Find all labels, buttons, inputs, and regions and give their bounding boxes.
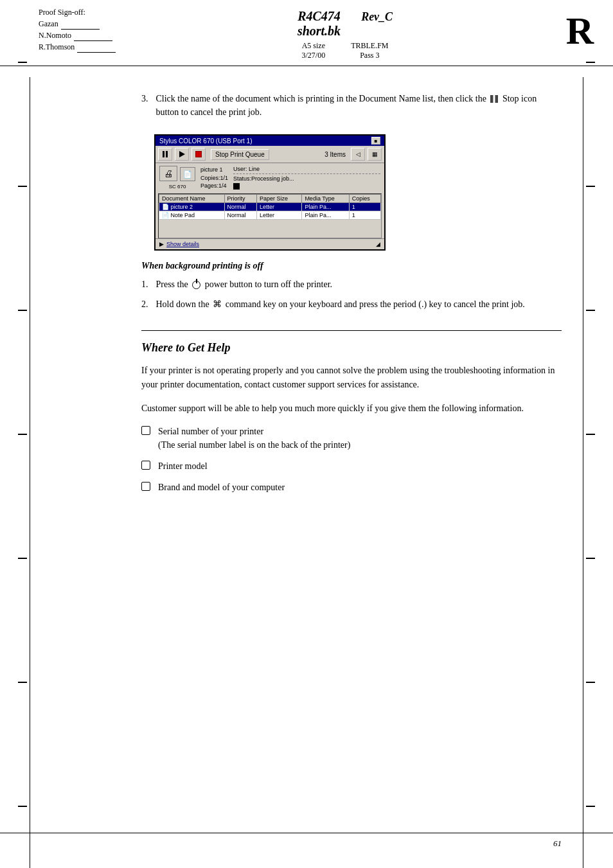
user-line-text: User: Line (233, 166, 380, 172)
background-heading: When background printing is off (141, 261, 562, 271)
toolbar-btn-extra1: ◁ (351, 148, 365, 161)
dialog-info-area: 🖨 📄 SC 670 picture 1 Copies:1/1 Pages:1/… (155, 163, 384, 193)
bullet-brand-model: Brand and model of your computer (141, 481, 562, 494)
pages-label: Pages:1/4 (200, 182, 228, 190)
where-help-para2: Customer support will be able to help yo… (141, 402, 562, 416)
step2-text1: Hold down the (156, 299, 209, 309)
bullet1-sub: (The serial number label is on the back … (158, 438, 350, 452)
step1-content: Press the power button to turn off the p… (156, 278, 333, 291)
step1-text2: power button to turn off the printer. (205, 279, 332, 289)
meta-size: A5 size (301, 41, 325, 51)
document-icon: 📄 (180, 167, 195, 181)
background-section: When background printing is off 1. Press… (141, 261, 562, 311)
author-nnomoto: N.Nomoto (39, 30, 141, 41)
checkbox-icon-1 (141, 426, 150, 435)
resize-handle: ◢ (376, 241, 380, 247)
proof-signoff-label: Proof Sign-off: (39, 6, 141, 18)
power-icon (192, 281, 200, 289)
printer-label: SC 670 (169, 184, 186, 190)
user-line-area: User: Line Status:Processing job... (233, 166, 380, 191)
play-toolbar-btn (175, 148, 189, 161)
row1-paper: Letter (257, 203, 302, 211)
printer-icon-area: 🖨 📄 SC 670 (159, 166, 195, 191)
step-3-text: 3. Click the name of the document which … (141, 92, 562, 119)
where-to-get-help-section: Where to Get Help If your printer is not… (141, 341, 562, 494)
doc-title-main: R4C474 (298, 9, 341, 24)
author-gazan: Gazan (39, 18, 141, 30)
author-rthomson: R.Thomson (39, 41, 141, 53)
bullet-printer-model: Printer model (141, 459, 562, 473)
step2-num: 2. (141, 297, 148, 311)
copies-label: Copies:1/1 (200, 174, 228, 182)
print-dialog-screenshot: Stylus COLOR 670 (USB Port 1) ■ Stop Pri… (154, 134, 386, 251)
header-right: R (549, 6, 613, 50)
bullet3-text: Brand and model of your computer (158, 481, 285, 494)
step1-num: 1. (141, 278, 148, 291)
checkbox-icon-2 (141, 461, 150, 470)
dialog-titlebar: Stylus COLOR 670 (USB Port 1) ■ (155, 136, 384, 146)
help-bullet-list: Serial number of your printer (The seria… (141, 425, 562, 494)
main-content: 3. Click the name of the document which … (0, 66, 613, 527)
printer-icon: 🖨 (159, 166, 177, 181)
step2-content: Hold down the ⌘ command key on your keyb… (156, 297, 525, 311)
meta-file: TRBLE.FM (351, 41, 388, 51)
printer-details: picture 1 Copies:1/1 Pages:1/4 (200, 166, 228, 191)
dialog-title: Stylus COLOR 670 (USB Port 1) (159, 137, 253, 145)
row2-media: Plain Pa... (302, 211, 349, 220)
row1-copies: 1 (349, 203, 380, 211)
step-3-content: Click the name of the document which is … (156, 92, 562, 119)
header-center: R4C474 short.bk Rev_C A5 size 3/27/00 TR… (141, 6, 549, 60)
page-header: Proof Sign-off: Gazan N.Nomoto R.Thomson… (0, 0, 613, 66)
row2-priority: Normal (224, 211, 256, 220)
section-divider (141, 330, 562, 331)
dialog-footer: ▶ Show details ◢ (155, 238, 384, 249)
row1-doc: 📄 picture 2 (159, 203, 225, 211)
dialog-table-wrapper: Document Name Priority Paper Size Media … (158, 193, 382, 238)
triangle-icon: ▶ (159, 241, 164, 247)
col-copies: Copies (349, 195, 380, 203)
background-step-1: 1. Press the power button to turn off th… (141, 278, 562, 291)
table-row: 📄 Note Pad Normal Letter Plain Pa... 1 (159, 211, 381, 220)
step-3-number: 3. (141, 92, 148, 119)
doc-rev: Rev_C (361, 10, 393, 24)
where-help-heading: Where to Get Help (141, 341, 562, 355)
dialog-close-btn: ■ (371, 137, 380, 145)
doc-meta: A5 size 3/27/00 TRBLE.FM Pass 3 (141, 41, 549, 60)
step2-text2: command key on your keyboard and press t… (226, 299, 525, 309)
dialog-toolbar: Stop Print Queue 3 Items ◁ ▦ (155, 146, 384, 163)
big-r-letter: R (566, 12, 594, 50)
background-step-2: 2. Hold down the ⌘ command key on your k… (141, 297, 562, 311)
row2-doc: 📄 Note Pad (159, 211, 225, 220)
stop-icon-inline (490, 95, 498, 103)
step-3-section: 3. Click the name of the document which … (141, 92, 562, 119)
step-3-text-part1: Click the name of the document which is … (156, 94, 486, 103)
background-steps: 1. Press the power button to turn off th… (141, 278, 562, 311)
printer-icons: 🖨 📄 (159, 166, 195, 181)
stop-toolbar-btn (191, 148, 206, 161)
bullet1-main: Serial number of your printer (158, 425, 350, 438)
checkbox-icon-3 (141, 482, 150, 491)
status-text: Status:Processing job... (233, 175, 380, 182)
step1-text1: Press the (156, 279, 188, 289)
header-left: Proof Sign-off: Gazan N.Nomoto R.Thomson (0, 6, 141, 53)
dotted-separator (233, 173, 380, 174)
row2-paper: Letter (257, 211, 302, 220)
command-icon: ⌘ (213, 299, 222, 309)
print-queue-table: Document Name Priority Paper Size Media … (159, 194, 381, 220)
col-paper-size: Paper Size (257, 195, 302, 203)
col-media-type: Media Type (302, 195, 349, 203)
picture-label: picture 1 (200, 166, 228, 174)
stop-queue-button[interactable]: Stop Print Queue (211, 149, 269, 160)
row2-copies: 1 (349, 211, 380, 220)
col-doc-name: Document Name (159, 195, 225, 203)
status-indicator (233, 183, 240, 190)
doc-title-sub: short.bk (298, 24, 341, 39)
col-priority: Priority (224, 195, 256, 203)
toolbar-btn-extra2: ▦ (368, 148, 382, 161)
row1-priority: Normal (224, 203, 256, 211)
page-footer: 61 (0, 833, 613, 849)
show-details-link[interactable]: Show details (166, 241, 199, 247)
items-count: 3 Items (324, 151, 346, 158)
bullet-serial-number: Serial number of your printer (The seria… (141, 425, 562, 452)
row1-media: Plain Pa... (302, 203, 349, 211)
